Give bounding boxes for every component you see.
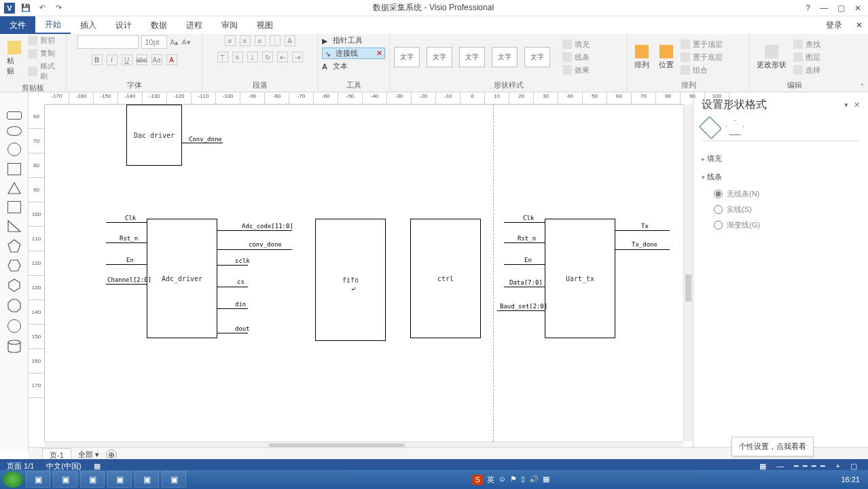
label-conv-done-top[interactable]: Conv_done [189,136,222,143]
all-pages-dropdown[interactable]: 全部 ▾ [78,450,99,460]
close-icon[interactable]: ✕ [854,3,861,13]
tray-icon[interactable]: 🔊 [529,475,539,485]
font-name-combo[interactable] [77,35,139,49]
connector[interactable] [217,308,248,309]
effects-tab-icon[interactable] [726,120,744,135]
indent-inc-icon[interactable]: ⇥ [292,52,303,62]
bullets-icon[interactable]: ⋮ [270,35,281,46]
stencil-cylinder-icon[interactable] [7,340,21,353]
connector[interactable] [504,264,545,265]
tray-icon[interactable]: ▯ [521,475,525,485]
pointer-tool-button[interactable]: ▶指针工具 [322,35,385,46]
valign-top-icon[interactable]: ⊤ [217,52,228,62]
line-none-radio[interactable]: 无线条(N) [714,189,860,199]
connector[interactable] [504,242,545,243]
connector[interactable] [615,249,670,250]
label-din[interactable]: din [235,301,246,308]
rotate-icon[interactable]: ↻ [262,52,273,62]
style-swatch-2[interactable]: 文字 [427,47,452,67]
line-solid-radio[interactable]: 实线(S) [714,204,860,215]
group-button[interactable]: 组合 [681,65,723,75]
copy-button[interactable]: 复制 [28,48,62,58]
style-swatch-1[interactable]: 文字 [394,47,420,67]
tab-file[interactable]: 文件 [0,16,35,34]
align-left-icon[interactable]: ≡ [225,35,236,46]
tab-process[interactable]: 进程 [177,16,212,34]
label-baud[interactable]: Baud_set[2:0] [500,303,547,310]
tab-view[interactable]: 视图 [247,16,283,34]
label-channel[interactable]: Channel[2:0] [107,276,151,283]
vertical-scrollbar[interactable] [683,105,693,441]
taskbar-app-2[interactable]: ▣ [53,471,77,488]
tab-home[interactable]: 开始 [35,16,71,34]
taskbar-clock[interactable]: 16:21 [835,475,865,484]
label-rstn1[interactable]: Rst_n [120,235,138,242]
align-center-icon[interactable]: ≡ [240,35,251,46]
arrange-button[interactable]: 排列 [632,43,652,71]
label-dout[interactable]: dout [235,325,250,332]
connector[interactable] [217,230,292,231]
drawing-canvas[interactable]: Dac driver Conv_done Adc_driver Clk Rst_… [45,105,683,441]
undo-icon[interactable]: ↶ [37,3,48,14]
taskbar-app-1[interactable]: ▣ [26,471,50,488]
connector[interactable] [217,249,292,250]
connector[interactable] [504,287,545,287]
tab-insert[interactable]: 插入 [71,16,106,34]
valign-mid-icon[interactable]: ≡ [232,52,243,62]
login-link[interactable]: 登录 [818,16,850,34]
shape-style-gallery[interactable]: 文字 文字 文字 文字 文字 [394,47,550,67]
tab-data[interactable]: 数据 [141,16,177,34]
label-sclk[interactable]: sclk [235,257,250,264]
label-en1[interactable]: En [126,257,134,264]
connector[interactable] [615,230,670,231]
stencil-rect-icon[interactable] [7,111,22,120]
italic-icon[interactable]: I [107,54,117,65]
macro-icon[interactable]: ▦ [94,462,101,471]
cut-button[interactable]: 剪切 [28,35,62,46]
format-painter-button[interactable]: 格式刷 [28,61,62,82]
connector[interactable] [182,143,223,143]
connector[interactable] [217,287,248,287]
line-gradient-radio[interactable]: 渐变线(G) [714,220,860,230]
taskbar-app-6[interactable]: ▣ [162,471,186,488]
pane-close-icon[interactable]: ✕ [854,101,860,109]
grow-font-icon[interactable]: A▴ [170,38,179,47]
shape-uart-tx[interactable]: Uart_tx [545,219,615,338]
line-section-header[interactable]: 线条 [702,168,860,186]
clear-format-icon[interactable]: A [285,35,295,46]
fill-section-header[interactable]: 填充 [702,149,860,168]
tray-icon[interactable]: ⚑ [510,475,517,485]
stencil-heptagon-icon[interactable] [7,278,21,292]
font-size-combo[interactable]: 10pt [141,35,167,49]
find-button[interactable]: 查找 [793,39,820,50]
align-right-icon[interactable]: ≡ [255,35,266,46]
connector[interactable] [217,265,248,266]
tab-design[interactable]: 设计 [106,16,141,34]
line-button[interactable]: 线条 [562,52,590,62]
valign-bot-icon[interactable]: ⊥ [247,52,258,62]
layers-button[interactable]: 图层 [793,52,820,62]
vscroll-thumb[interactable] [685,274,691,302]
help-icon[interactable]: ? [806,3,810,13]
stencil-square-icon[interactable] [7,163,21,175]
connector-tool-button[interactable]: ↘连接线✕ [322,48,385,59]
start-button[interactable] [3,471,23,488]
redo-icon[interactable]: ↷ [53,3,64,14]
stencil-pentagon-icon[interactable] [7,239,21,253]
maximize-icon[interactable]: ▢ [837,3,845,13]
connector[interactable] [504,222,545,223]
bold-icon[interactable]: B [92,54,103,65]
status-view-icons[interactable]: ▦ — ━━━━ + ▢ [759,462,861,471]
connector[interactable] [106,264,147,265]
indent-dec-icon[interactable]: ⇤ [277,52,288,62]
label-clk1[interactable]: Clk [125,215,136,221]
label-conv-done[interactable]: conv_done [249,241,282,248]
stencil-circle2-icon[interactable] [7,319,21,333]
shape-fifo[interactable]: fifo [315,219,386,341]
fill-button[interactable]: 填充 [562,39,590,50]
minimize-icon[interactable]: — [820,3,828,13]
connector[interactable] [106,242,147,243]
label-adc-code[interactable]: Adc_code[11:0] [242,223,293,230]
connector[interactable] [217,333,248,333]
paste-button[interactable]: 粘贴 [4,39,24,77]
